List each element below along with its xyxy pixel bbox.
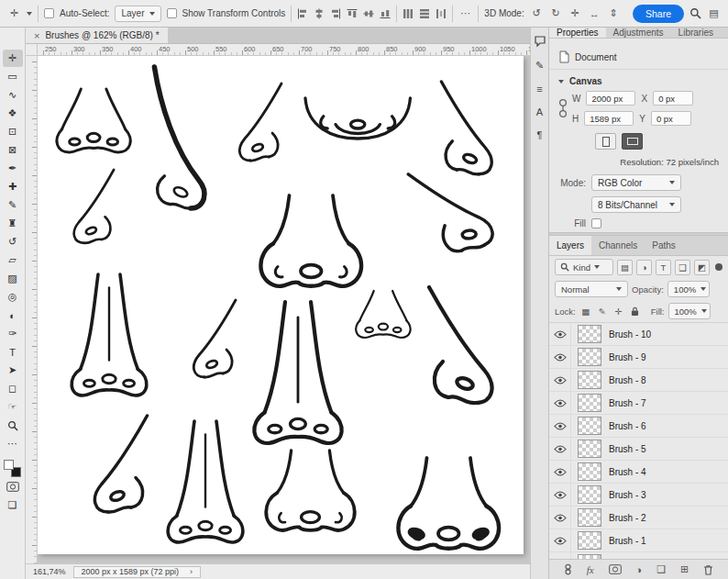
quick-mask-button[interactable] [3,478,23,495]
document-tab[interactable]: × Brushes @ 162% (RGB/8) * [26,28,168,43]
brush-settings-panel-icon[interactable]: ✎ [535,60,544,72]
y-input[interactable]: 0 px [651,111,691,126]
move-tool[interactable]: ✛ [3,50,23,67]
new-group-icon[interactable]: ❑ [656,563,666,575]
align-left-icon[interactable] [297,8,308,19]
marquee-tool[interactable]: ▭ [3,68,23,85]
vertical-ruler[interactable] [26,56,38,563]
align-right-icon[interactable] [330,8,341,19]
history-brush-tool[interactable]: ↺ [3,233,23,251]
layer-thumbnail[interactable] [578,394,601,412]
visibility-toggle[interactable] [549,529,571,551]
blend-mode-dropdown[interactable]: Normal [555,281,628,297]
layer-thumbnail[interactable] [578,508,601,527]
canvas-section-header[interactable]: Canvas [558,76,719,86]
tab-libraries[interactable]: Libraries [671,28,721,38]
add-mask-icon[interactable] [609,564,622,574]
layer-thumbnail[interactable] [578,325,601,343]
zoom-level[interactable]: 161,74% [33,567,66,576]
link-layers-icon[interactable] [564,563,572,575]
dodge-tool[interactable]: ◐ [3,306,23,324]
layer-row[interactable]: Brush - 4 [549,461,728,484]
fill-opacity-dropdown[interactable]: 100% [668,303,711,319]
visibility-toggle[interactable] [549,415,571,437]
healing-brush-tool[interactable]: ✚ [3,178,23,195]
visibility-toggle[interactable] [549,323,571,345]
visibility-toggle[interactable] [549,552,571,559]
eraser-tool[interactable]: ▱ [3,251,23,269]
pen-tool[interactable]: ✑ [3,325,23,342]
3d-slide-icon[interactable]: ↔ [588,6,601,21]
type-tool[interactable]: T [3,343,23,361]
comments-panel-icon[interactable] [534,35,546,48]
frame-tool[interactable]: ⊠ [3,141,23,159]
layer-row-partial[interactable] [549,552,728,559]
layer-row[interactable]: Brush - 7 [549,392,728,415]
paragraph-panel-icon[interactable]: ¶ [537,129,543,140]
blur-tool[interactable]: ◎ [3,288,23,306]
character-panel-icon[interactable]: A [536,106,543,117]
pasteboard[interactable] [38,56,530,563]
properties-panel-icon[interactable]: ≡ [536,84,542,95]
eyedropper-tool[interactable]: ✒ [3,160,23,177]
layer-row[interactable]: Brush - 2 [549,507,728,529]
screen-mode-button[interactable]: ❏ [3,496,23,514]
opacity-dropdown[interactable]: 100% [667,281,710,297]
clone-stamp-tool[interactable]: ♜ [3,215,23,232]
workspace-switcher-icon[interactable]: ▤ [707,6,721,21]
auto-select-checkbox[interactable] [44,8,54,18]
3d-scale-icon[interactable]: ⇕ [607,6,621,21]
lock-position-icon[interactable]: ✛ [612,305,625,317]
constrain-link-icon[interactable] [558,96,568,120]
layer-thumbnail[interactable] [578,371,601,389]
brush-tool[interactable]: ✎ [3,196,23,214]
filter-toggle-icon[interactable] [715,263,722,271]
visibility-toggle[interactable] [549,461,571,483]
path-selection-tool[interactable]: ➤ [3,362,23,379]
visibility-toggle[interactable] [549,392,571,414]
height-input[interactable]: 1589 px [584,111,634,126]
tab-layers[interactable]: Layers [549,236,591,255]
width-input[interactable]: 2000 px [586,91,635,106]
tool-preset-caret-icon[interactable] [27,12,32,16]
edit-toolbar-button[interactable]: ⋯ [3,435,23,452]
align-center-icon[interactable] [314,8,325,19]
layer-row[interactable]: Brush - 9 [549,346,728,369]
layer-row[interactable]: Brush - 5 [549,438,728,461]
crop-tool[interactable]: ⊡ [3,123,23,140]
more-align-options-icon[interactable]: ⋯ [458,6,472,21]
layer-row[interactable]: Brush - 10 [549,323,728,346]
portrait-orientation-button[interactable] [595,133,616,150]
layer-row[interactable]: Brush - 6 [549,415,728,438]
layer-thumbnail[interactable] [578,462,601,481]
visibility-toggle[interactable] [549,346,571,368]
document-info[interactable]: 2000 px x 1589 px (72 ppi) › [73,566,202,578]
fill-checkbox[interactable] [591,218,601,228]
3d-orbit-icon[interactable]: ↺ [530,6,544,21]
filter-adjustment-layers-icon[interactable]: ◑ [636,260,652,275]
layer-thumbnail[interactable] [578,348,601,366]
add-adjustment-icon[interactable]: ◑ [636,564,643,575]
layer-thumbnail[interactable] [578,485,601,504]
layer-effects-icon[interactable]: fx [587,564,594,575]
bit-depth-dropdown[interactable]: 8 Bits/Channel [591,196,681,213]
tab-properties[interactable]: Properties [549,28,606,38]
filter-type-layers-icon[interactable]: T [656,260,671,275]
horizontal-ruler[interactable]: 250 300 350 400 450 500 550 600 650 700 … [38,44,530,55]
delete-layer-icon[interactable] [703,564,713,575]
distribute-vertical-icon[interactable] [419,8,430,19]
tab-channels[interactable]: Channels [591,236,645,255]
hand-tool[interactable]: ☞ [3,398,23,416]
share-button[interactable]: Share [633,5,684,23]
visibility-toggle[interactable] [549,438,571,460]
gradient-tool[interactable]: ▨ [3,270,23,287]
align-middle-icon[interactable] [363,8,374,19]
show-transform-checkbox[interactable] [167,8,177,18]
filter-smart-objects-icon[interactable]: ◩ [694,260,710,275]
x-input[interactable]: 0 px [653,91,693,106]
chevron-right-icon[interactable]: › [190,567,193,576]
layer-thumbnail[interactable] [578,417,601,435]
visibility-toggle[interactable] [549,507,571,529]
filter-kind-dropdown[interactable]: Kind [555,259,613,275]
quick-selection-tool[interactable]: ❖ [3,105,23,122]
